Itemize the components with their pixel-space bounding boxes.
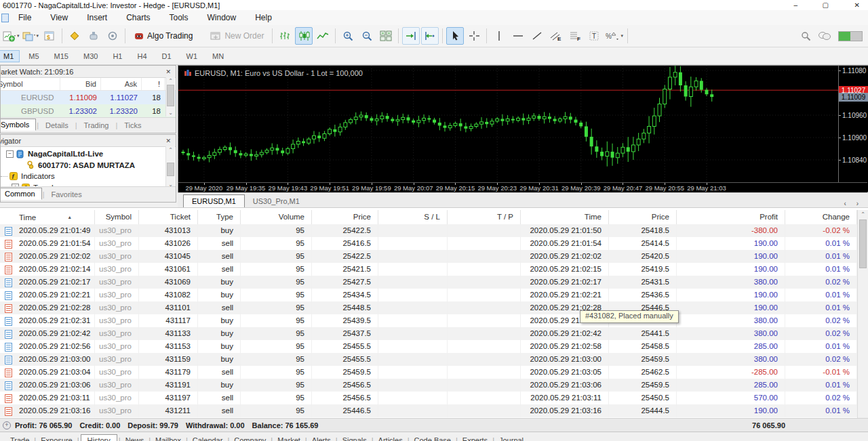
crosshair-icon[interactable] <box>465 27 483 45</box>
toolbox-tab-journal[interactable]: Journal <box>494 435 528 441</box>
navigator-item-6001770-asad-murtaza[interactable]: 6001770: ASAD MURTAZA <box>1 160 176 171</box>
vertical-line-icon[interactable] <box>490 27 508 45</box>
history-col-time-close[interactable]: Time <box>521 210 609 224</box>
toolbox-tab-history[interactable]: History <box>81 434 117 441</box>
new-chart-icon[interactable]: ▾ <box>2 27 20 45</box>
new-order-button[interactable]: New Order <box>205 27 269 45</box>
toolbox-tab-market[interactable]: Market <box>273 435 305 441</box>
toolbox-tab-calendar[interactable]: Calendar <box>188 435 228 441</box>
history-col-type[interactable]: Type <box>198 210 241 224</box>
table-row[interactable]: 2020.05.29 21:03:00us30_pro431159buy9525… <box>0 353 868 366</box>
close-button[interactable]: ✕ <box>854 0 860 9</box>
toolbox-tab-company[interactable]: Company <box>229 435 271 441</box>
timeframe-h1[interactable]: H1 <box>106 50 128 62</box>
toolbox-tab-exposure[interactable]: Exposure <box>36 435 77 441</box>
market-watch-row-gbpusd[interactable]: GBPUSD1.233021.2332018 <box>1 104 176 118</box>
timeframe-m1[interactable]: M1 <box>0 50 20 62</box>
timeframe-h4[interactable]: H4 <box>131 50 153 62</box>
table-row[interactable]: 2020.05.29 21:03:16us30_pro431211sell952… <box>0 404 868 417</box>
fibonacci-icon[interactable]: F <box>566 27 584 45</box>
history-col-symbol[interactable]: Symbol <box>95 210 139 224</box>
toolbox-tab-experts[interactable]: Experts <box>458 435 492 441</box>
equidistant-channel-icon[interactable]: E <box>547 27 565 45</box>
zoom-in-icon[interactable] <box>339 27 357 45</box>
history-col-price-close[interactable]: Price <box>609 210 677 224</box>
toolbox-tab-signals[interactable]: Signals <box>338 435 372 441</box>
navigator-item-nagacapitalltd-live[interactable]: −NagaCapitalLtd-Live <box>1 148 176 160</box>
table-row[interactable]: 2020.05.29 21:01:54us30_pro431026sell952… <box>0 237 868 250</box>
table-row[interactable]: 2020.05.29 21:03:06us30_pro431191buy9525… <box>0 379 868 392</box>
history-col-volume[interactable]: Volume <box>241 210 312 224</box>
market-watch-col-bid[interactable]: Bid <box>60 78 101 90</box>
menu-charts[interactable]: Charts <box>117 11 159 24</box>
price-axis[interactable]: 1.110801.109601.109001.108401.110271.110… <box>838 66 868 182</box>
text-icon[interactable]: T <box>585 27 603 45</box>
chart-shift-icon[interactable] <box>421 27 439 45</box>
tab-trading[interactable]: Trading <box>78 120 115 131</box>
timeframe-mn[interactable]: MN <box>206 50 230 62</box>
candlestick-chart[interactable] <box>178 66 838 182</box>
profiles-icon[interactable]: ▾ <box>22 27 40 45</box>
timeframe-w1[interactable]: W1 <box>180 50 204 62</box>
trendline-icon[interactable] <box>528 27 546 45</box>
chart-tab-eurusd-m1[interactable]: EURUSD,M1 <box>183 194 245 207</box>
timeframe-m5[interactable]: M5 <box>22 50 45 62</box>
timeframe-m30[interactable]: M30 <box>77 50 104 62</box>
candles-icon[interactable] <box>295 27 313 45</box>
table-row[interactable]: 2020.05.29 21:02:21us30_pro431082buy9525… <box>0 289 868 301</box>
maximize-button[interactable]: ▢ <box>823 0 829 9</box>
collapse-icon[interactable]: − <box>6 150 14 158</box>
chart-tab-scroll-arrows[interactable]: ‹ › <box>844 200 868 207</box>
table-row[interactable]: 2020.05.29 21:02:28us30_pro431101sell952… <box>0 301 868 314</box>
market-watch-toggle-icon[interactable]: $ <box>41 27 58 45</box>
toolbox-tab-alerts[interactable]: Alerts <box>307 435 336 441</box>
algo-trading-button[interactable]: Algo Trading <box>129 27 197 45</box>
market-watch-titlebar[interactable]: Market Watch: 21:09:16 ✕ <box>1 66 176 78</box>
close-icon[interactable]: ✕ <box>164 68 172 75</box>
horizontal-line-icon[interactable] <box>509 27 527 45</box>
menu-view[interactable]: View <box>41 11 77 24</box>
chart-tab-us30-pro-m1[interactable]: US30_Pro,M1 <box>245 195 308 207</box>
table-row[interactable]: 2020.05.29 21:02:14us30_pro431061sell952… <box>0 263 868 276</box>
market-watch-col-ask[interactable]: Ask <box>101 78 142 90</box>
tab-favorites[interactable]: Favorites <box>45 189 87 200</box>
zoom-out-icon[interactable] <box>358 27 376 45</box>
toolbox-tab-trade[interactable]: Trade <box>5 435 34 441</box>
navigator-toggle-icon[interactable] <box>85 27 102 45</box>
history-col-tp[interactable]: T / P <box>448 210 521 224</box>
table-row[interactable]: 2020.05.29 21:03:04us30_pro431179sell952… <box>0 366 868 379</box>
history-col-change-close[interactable]: Change <box>785 210 857 224</box>
history-col-time[interactable]: Time▲ <box>0 210 95 224</box>
line-chart-icon[interactable] <box>314 27 332 45</box>
menu-help[interactable]: Help <box>245 11 281 24</box>
table-scrollbar[interactable]: ⌃ ⌄ <box>857 210 868 432</box>
tab-symbols[interactable]: Symbols <box>0 119 36 131</box>
time-axis[interactable]: 29 May 202029 May 19:3529 May 19:4329 Ma… <box>178 182 867 192</box>
timeframe-d1[interactable]: D1 <box>156 50 178 62</box>
table-row[interactable]: 2020.05.29 21:02:56us30_pro431153buy9525… <box>0 340 868 353</box>
table-row[interactable]: 2020.05.29 21:01:49us30_pro431013buy9525… <box>0 224 868 237</box>
market-watch-scrollbar[interactable]: ⌃ ⌄ <box>165 77 175 117</box>
navigator-item-indicators[interactable]: fIndicators <box>1 171 176 182</box>
objects-icon[interactable]: %▾ <box>604 27 624 45</box>
chat-icon[interactable] <box>816 27 833 45</box>
market-watch-row-eurusd[interactable]: EURUSD1.110091.1102718 <box>1 91 176 104</box>
auto-scroll-icon[interactable] <box>402 27 420 45</box>
bars-icon[interactable] <box>276 27 294 45</box>
menu-file[interactable]: File <box>9 11 41 24</box>
navigator-scrollbar[interactable]: ⌃ ⌄ <box>165 146 175 188</box>
cursor-icon[interactable] <box>446 27 464 45</box>
tab-ticks[interactable]: Ticks <box>118 120 147 131</box>
tile-windows-icon[interactable] <box>377 27 395 45</box>
chart-window[interactable]: EURUSD, M1: Euro vs US Dollar - 1 Lot = … <box>178 65 868 192</box>
history-col-profit-close[interactable]: Profit <box>677 210 785 224</box>
toolbox-toggle-icon[interactable] <box>104 27 121 45</box>
menu-insert[interactable]: Insert <box>77 11 117 24</box>
minimize-button[interactable]: – <box>793 0 797 9</box>
tab-common[interactable]: Common <box>0 188 42 200</box>
history-col-sl[interactable]: S / L <box>378 210 448 224</box>
table-row[interactable]: 2020.05.29 21:02:31us30_pro431117buy9525… <box>0 314 868 327</box>
tab-details[interactable]: Details <box>39 120 75 131</box>
history-header-row[interactable]: Time▲SymbolTicketTypeVolumePriceS / LT /… <box>0 210 868 224</box>
market-watch-col-spread[interactable]: ! <box>142 78 165 90</box>
